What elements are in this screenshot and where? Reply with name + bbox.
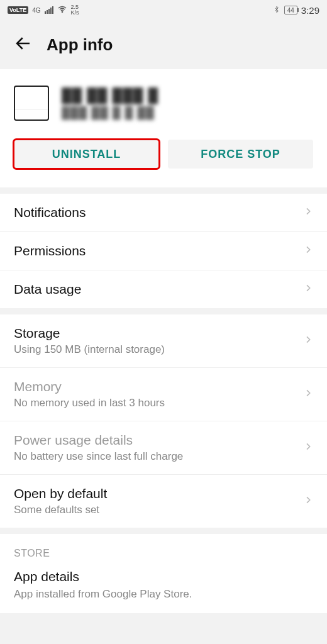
row-subtitle: No battery use since last full charge [14,450,183,463]
chevron-right-icon [303,441,313,454]
chevron-right-icon [303,335,313,347]
row-title: Open by default [14,486,107,501]
app-header: ██ ██ ███ █ ███ ██ █ █ ██ [0,69,327,140]
page-title: App info [47,35,113,55]
row-subtitle: No memory used in last 3 hours [14,397,165,409]
chevron-right-icon [303,245,313,257]
row-notifications[interactable]: Notifications [0,194,327,232]
row-subtitle: Using 150 MB (internal storage) [14,343,165,356]
row-title: Permissions [14,243,86,258]
section-header-store: STORE [0,534,327,569]
row-open-by-default[interactable]: Open by default Some defaults set [0,475,327,528]
row-permissions[interactable]: Permissions [0,232,327,270]
app-icon [14,86,49,121]
bluetooth-icon [273,5,280,16]
app-bar: App info [0,20,327,69]
row-title: App details [14,569,313,584]
chevron-right-icon [303,206,313,219]
wifi-icon [57,4,67,16]
app-version: ███ ██ █ █ ██ [62,106,158,119]
svg-point-0 [62,11,62,12]
row-data-usage[interactable]: Data usage [0,270,327,308]
row-title: Data usage [14,282,81,297]
force-stop-button[interactable]: FORCE STOP [168,140,313,169]
uninstall-button[interactable]: UNINSTALL [14,140,159,169]
status-bar: VoLTE 4G 2.5 K/s 44 3:29 [0,0,327,20]
net-speed: 2.5 K/s [71,4,79,16]
app-name: ██ ██ ███ █ [62,87,158,104]
row-title: Power usage details [14,433,183,448]
back-icon[interactable] [14,34,33,55]
row-storage[interactable]: Storage Using 150 MB (internal storage) [0,314,327,368]
clock: 3:29 [301,5,319,16]
battery-icon: 44 [284,6,297,14]
chevron-right-icon [303,283,313,296]
row-subtitle: Some defaults set [14,504,107,516]
chevron-right-icon [303,495,313,508]
row-title: Memory [14,379,165,394]
chevron-right-icon [303,388,313,401]
row-app-details[interactable]: App details App installed from Google Pl… [0,569,327,613]
volte-badge: VoLTE [8,6,28,14]
row-power-usage[interactable]: Power usage details No battery use since… [0,421,327,475]
row-title: Storage [14,326,165,341]
row-memory[interactable]: Memory No memory used in last 3 hours [0,368,327,421]
row-title: Notifications [14,205,86,220]
signal-icon [45,6,53,14]
row-subtitle: App installed from Google Play Store. [14,588,313,601]
network-type: 4G [32,7,40,14]
